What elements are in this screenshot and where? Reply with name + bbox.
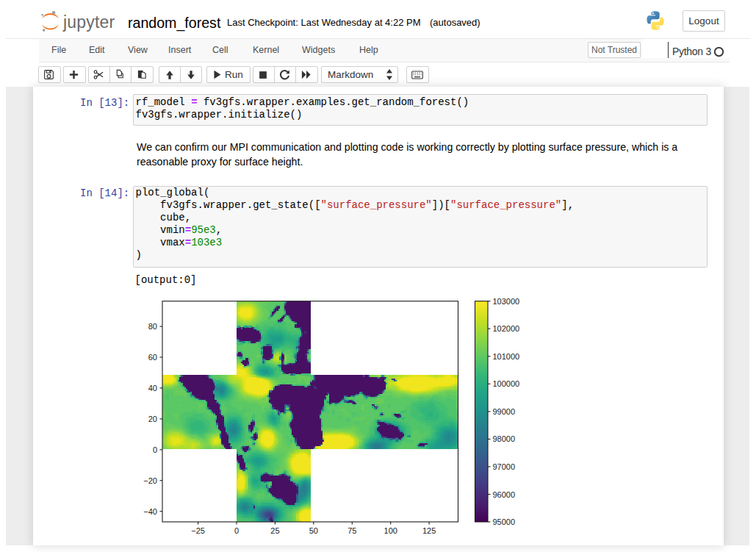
- svg-text:0: 0: [153, 445, 157, 454]
- svg-text:−25: −25: [191, 526, 205, 535]
- svg-text:98000: 98000: [493, 434, 516, 443]
- svg-text:20: 20: [148, 415, 157, 423]
- svg-text:80: 80: [148, 322, 157, 331]
- svg-text:−40: −40: [143, 507, 157, 516]
- svg-text:−20: −20: [143, 476, 157, 485]
- svg-text:25: 25: [270, 526, 279, 535]
- svg-text:75: 75: [348, 526, 356, 535]
- svg-text:60: 60: [148, 353, 157, 362]
- svg-text:99000: 99000: [493, 407, 516, 416]
- svg-text:40: 40: [148, 384, 157, 393]
- svg-text:100000: 100000: [493, 379, 520, 388]
- svg-text:103000: 103000: [493, 297, 520, 306]
- svg-text:95000: 95000: [493, 517, 516, 526]
- svg-text:102000: 102000: [493, 324, 520, 333]
- svg-text:0: 0: [234, 526, 239, 535]
- svg-text:101000: 101000: [493, 352, 520, 361]
- svg-text:50: 50: [309, 526, 318, 535]
- svg-text:96000: 96000: [493, 490, 516, 499]
- svg-text:125: 125: [422, 526, 436, 535]
- svg-text:97000: 97000: [493, 462, 516, 471]
- svg-text:100: 100: [384, 526, 397, 535]
